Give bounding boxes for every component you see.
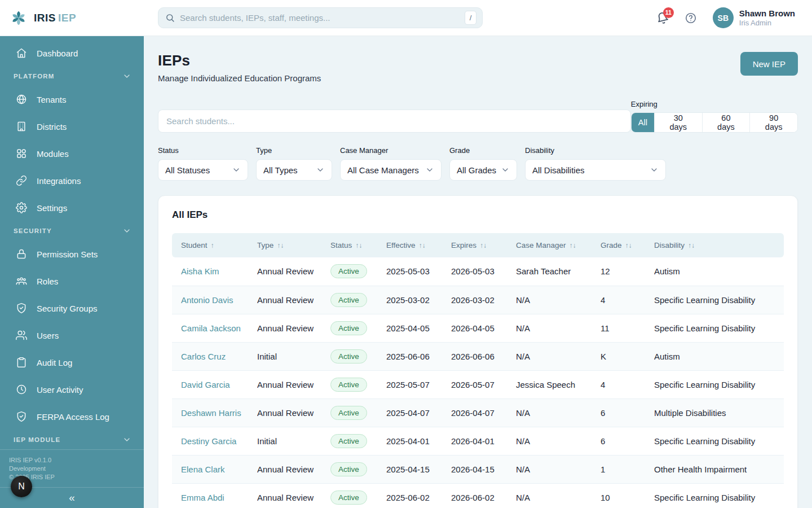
- case-manager-cell: N/A: [516, 314, 601, 342]
- case-manager-cell: N/A: [516, 398, 601, 427]
- environment-label: Development: [9, 465, 135, 473]
- student-link[interactable]: Carlos Cruz: [181, 352, 226, 361]
- filter-group-type: TypeAll Types: [256, 146, 332, 181]
- expiring-option-all[interactable]: All: [632, 113, 654, 132]
- expiring-segmented-control: All30 days60 days90 days: [631, 112, 798, 133]
- sidebar-item-label: Settings: [37, 203, 67, 213]
- student-search-input[interactable]: [158, 110, 631, 133]
- sort-arrows-icon: ↑: [211, 242, 214, 249]
- page-header: IEPs Manage Individualized Education Pro…: [158, 52, 798, 83]
- sidebar-item-users[interactable]: Users: [0, 322, 144, 349]
- roles-icon: [16, 275, 27, 287]
- sidebar-item-ferpa-access-log[interactable]: FERPA Access Log: [0, 403, 144, 430]
- shield-check-icon: [16, 303, 27, 314]
- sidebar-item-districts[interactable]: Districts: [0, 113, 144, 140]
- student-link[interactable]: Emma Abdi: [181, 493, 224, 502]
- brand-product: IEP: [58, 12, 76, 24]
- user-menu[interactable]: SB Shawn Brown Iris Admin: [713, 7, 795, 28]
- student-link[interactable]: David Garcia: [181, 380, 230, 389]
- sort-arrows-icon: ↑↓: [625, 242, 632, 249]
- sort-arrows-icon: ↑↓: [355, 242, 362, 249]
- collapse-icon: «: [69, 492, 75, 504]
- sidebar-section-platform[interactable]: PLATFORM: [0, 67, 144, 86]
- sidebar: DashboardPLATFORMTenantsDistrictsModules…: [0, 36, 144, 508]
- effective-cell: 2025-05-07: [386, 370, 451, 398]
- sidebar-item-roles[interactable]: Roles: [0, 268, 144, 295]
- expiring-option-60-days[interactable]: 60 days: [702, 113, 750, 132]
- users-icon: [16, 330, 27, 341]
- search-icon: [165, 13, 175, 23]
- chevron-down-icon: [501, 165, 510, 174]
- sidebar-item-settings[interactable]: Settings: [0, 194, 144, 221]
- expiring-option-90-days[interactable]: 90 days: [749, 113, 797, 132]
- column-header-expires[interactable]: Expires↑↓: [451, 233, 516, 257]
- grade-select[interactable]: All Grades: [449, 159, 517, 181]
- grade-cell: 1: [601, 455, 654, 483]
- chevron-down-icon: [122, 226, 131, 235]
- student-link[interactable]: Elena Clark: [181, 465, 225, 474]
- type-cell: Annual Review: [257, 286, 330, 314]
- status-badge: Active: [330, 434, 367, 448]
- select-value: All Statuses: [165, 165, 210, 175]
- student-link[interactable]: Camila Jackson: [181, 323, 241, 333]
- column-header-case-manager[interactable]: Case Manager↑↓: [516, 233, 601, 257]
- select-value: All Disabilities: [532, 165, 585, 175]
- sidebar-section-iep-module[interactable]: IEP MODULE: [0, 430, 144, 449]
- column-header-type[interactable]: Type↑↓: [257, 233, 330, 257]
- sidebar-section-label: IEP MODULE: [14, 436, 60, 443]
- table-row: Antonio DavisAnnual ReviewActive2025-03-…: [172, 286, 784, 314]
- sidebar-item-permission-sets[interactable]: Permission Sets: [0, 240, 144, 268]
- chevron-down-icon: [122, 72, 131, 81]
- grade-cell: 6: [601, 398, 654, 427]
- globe-icon: [16, 94, 27, 105]
- column-header-disability[interactable]: Disability↑↓: [654, 233, 784, 257]
- global-search[interactable]: /: [158, 7, 483, 28]
- expires-cell: 2026-04-15: [451, 455, 516, 483]
- dev-tools-badge[interactable]: N: [11, 476, 32, 497]
- sidebar-section-label: SECURITY: [14, 227, 52, 234]
- student-link[interactable]: Destiny Garcia: [181, 436, 236, 446]
- sidebar-item-user-activity[interactable]: User Activity: [0, 376, 144, 403]
- student-link[interactable]: Deshawn Harris: [181, 408, 241, 418]
- select-value: All Case Managers: [347, 165, 419, 175]
- disability-select[interactable]: All Disabilities: [525, 159, 666, 181]
- shield-check-icon: [16, 411, 27, 422]
- sidebar-item-security-groups[interactable]: Security Groups: [0, 295, 144, 322]
- sidebar-item-modules[interactable]: Modules: [0, 140, 144, 167]
- app-version: IRIS IEP v0.1.0: [9, 456, 135, 465]
- chevron-down-icon: [122, 435, 131, 444]
- new-iep-button[interactable]: New IEP: [740, 52, 798, 76]
- status-badge: Active: [330, 378, 367, 392]
- sidebar-item-dashboard[interactable]: Dashboard: [0, 40, 144, 67]
- help-icon: [685, 12, 697, 24]
- notifications-button[interactable]: 11: [656, 12, 669, 24]
- global-search-input[interactable]: [180, 13, 460, 23]
- sidebar-section-security[interactable]: SECURITY: [0, 221, 144, 240]
- sidebar-item-integrations[interactable]: Integrations: [0, 167, 144, 194]
- column-label: Type: [257, 241, 273, 249]
- table-title: All IEPs: [172, 209, 784, 221]
- page-title: IEPs: [158, 52, 321, 69]
- effective-cell: 2025-06-02: [386, 483, 451, 508]
- sidebar-item-tenants[interactable]: Tenants: [0, 86, 144, 113]
- type-cell: Annual Review: [257, 257, 330, 286]
- column-header-student[interactable]: Student↑: [172, 233, 257, 257]
- filter-label: Grade: [449, 146, 517, 155]
- column-header-grade[interactable]: Grade↑↓: [601, 233, 654, 257]
- sidebar-item-audit-log[interactable]: Audit Log: [0, 349, 144, 376]
- case-manager-cell: N/A: [516, 286, 601, 314]
- column-label: Effective: [386, 241, 416, 249]
- column-header-effective[interactable]: Effective↑↓: [386, 233, 451, 257]
- filter-label: Status: [158, 146, 248, 155]
- case-manager-select[interactable]: All Case Managers: [340, 159, 442, 181]
- column-header-status[interactable]: Status↑↓: [330, 233, 386, 257]
- type-cell: Annual Review: [257, 398, 330, 427]
- help-button[interactable]: [685, 12, 697, 24]
- status-select[interactable]: All Statuses: [158, 159, 248, 181]
- clipboard-icon: [16, 357, 27, 368]
- student-link[interactable]: Aisha Kim: [181, 266, 219, 276]
- brand-wordmark: IRISIEP: [34, 12, 76, 24]
- expiring-option-30-days[interactable]: 30 days: [654, 113, 702, 132]
- type-select[interactable]: All Types: [256, 159, 332, 181]
- student-link[interactable]: Antonio Davis: [181, 295, 233, 305]
